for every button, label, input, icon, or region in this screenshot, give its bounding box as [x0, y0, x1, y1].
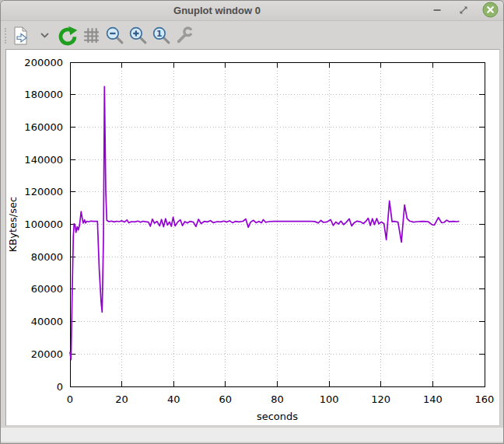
x-tick-label: 160 [475, 393, 495, 405]
y-tick-label: 180000 [24, 89, 63, 100]
x-tick-label: 100 [320, 393, 339, 405]
gnuplot-window: Gnuplot window 0 1 020406080100120140160… [0, 0, 504, 444]
restore-button[interactable] [455, 2, 472, 19]
y-tick-label: 140000 [24, 154, 63, 166]
x-tick-label: 80 [271, 393, 284, 405]
close-icon [482, 2, 499, 21]
export-plot-button[interactable] [10, 24, 32, 47]
y-axis-label: KBytes/sec [7, 197, 19, 252]
x-tick-label: 0 [67, 393, 73, 405]
toggle-grid-button[interactable] [80, 24, 102, 47]
zoom-next-button[interactable] [127, 24, 149, 47]
statusbar: 27.5400, 203406. [1, 427, 503, 442]
plot-canvas[interactable]: 0204060801001201401600200004000060000800… [5, 49, 500, 426]
zoom-in-icon [128, 26, 148, 45]
x-tick-label: 60 [219, 393, 233, 405]
throughput-line [70, 86, 459, 359]
export-icon [11, 26, 31, 46]
y-tick-label: 160000 [24, 121, 63, 133]
plot-svg: 0204060801001201401600200004000060000800… [6, 50, 501, 427]
grid-icon [82, 26, 101, 45]
minimize-button[interactable] [429, 2, 446, 19]
wrench-icon [175, 26, 194, 45]
y-tick-label: 80000 [31, 251, 63, 263]
toolbar: 1 [1, 22, 503, 49]
zoom-reset-icon: 1 [152, 26, 171, 45]
svg-text:1: 1 [156, 29, 163, 39]
chevron-down-icon [40, 32, 49, 39]
settings-button[interactable] [173, 24, 195, 47]
refresh-icon [58, 26, 78, 46]
y-tick-label: 100000 [24, 219, 63, 230]
minimize-icon [432, 4, 442, 18]
x-axis-label: seconds [257, 411, 298, 422]
y-tick-label: 40000 [31, 316, 63, 327]
window-controls [429, 1, 499, 21]
titlebar[interactable]: Gnuplot window 0 [1, 1, 503, 21]
restore-zoom-button[interactable]: 1 [150, 24, 172, 47]
replot-button[interactable] [57, 24, 79, 47]
zoom-out-icon [105, 26, 124, 45]
window-title: Gnuplot window 0 [1, 1, 433, 21]
restore-icon [459, 4, 468, 18]
y-tick-label: 60000 [31, 283, 63, 295]
export-dropdown-button[interactable] [33, 24, 55, 47]
y-tick-label: 120000 [24, 186, 63, 198]
x-tick-label: 140 [423, 393, 443, 405]
y-tick-label: 20000 [31, 348, 63, 360]
x-tick-label: 20 [115, 393, 128, 405]
toolbar-drag-handle[interactable] [5, 28, 7, 44]
x-tick-label: 120 [371, 393, 390, 405]
y-tick-label: 0 [57, 381, 63, 393]
y-tick-label: 200000 [24, 57, 63, 68]
zoom-previous-button[interactable] [103, 24, 125, 47]
x-tick-label: 40 [167, 393, 180, 405]
close-button[interactable] [481, 2, 499, 19]
